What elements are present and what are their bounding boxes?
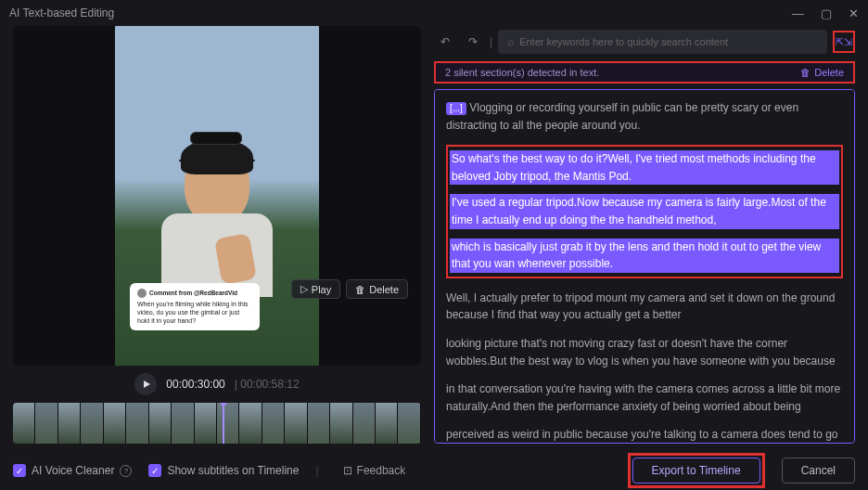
search-input[interactable] (519, 36, 818, 47)
app-window: AI Text-based Editing — ▢ ✕ (0, 0, 868, 490)
checkbox-checked-icon: ✓ (13, 464, 26, 477)
comment-overlay: Comment from @RedBeardVid When you're fi… (130, 283, 260, 330)
avatar-icon (137, 289, 147, 298)
transcript-paragraph[interactable]: in that conversation you're having with … (446, 380, 843, 415)
current-time: 00:00:30:00 (166, 378, 224, 391)
help-icon[interactable]: ? (120, 465, 132, 477)
transcript-paragraph[interactable]: Well, I actually prefer to tripod mount … (446, 290, 843, 324)
close-icon[interactable]: ✕ (849, 6, 859, 20)
transcript-area[interactable]: [...] Vlogging or recording yourself in … (434, 89, 855, 444)
minimize-icon[interactable]: — (792, 6, 804, 20)
transcript-paragraph[interactable]: looking picture that's not moving crazy … (446, 335, 843, 369)
feedback-icon: ⊡ (343, 464, 352, 477)
preview-panel: Comment from @RedBeardVid When you're fi… (13, 26, 421, 444)
video-preview[interactable]: Comment from @RedBeardVid When you're fi… (13, 26, 421, 366)
export-highlight: Export to Timeline (628, 453, 765, 488)
duration-time: | 00:00:58:12 (235, 378, 300, 391)
transcript-paragraph[interactable]: [...] Vlogging or recording yourself in … (446, 99, 843, 134)
cancel-button[interactable]: Cancel (782, 458, 855, 484)
selected-transcript-block: So what's the best way to do it?Well, I'… (446, 145, 843, 278)
silent-marker-icon[interactable]: [...] (446, 102, 466, 115)
window-title: AI Text-based Editing (9, 6, 114, 19)
comment-author: Comment from @RedBeardVid (149, 290, 237, 297)
feedback-link[interactable]: ⊡Feedback (343, 464, 406, 477)
delete-clip-button[interactable]: 🗑Delete (346, 279, 408, 299)
silent-sections-text: 2 silent section(s) detected in text. (445, 67, 599, 78)
search-icon: ⌕ (507, 35, 514, 48)
footer-bar: ✓AI Voice Cleaner? ✓Show subtitles on Ti… (0, 451, 868, 490)
thumbnail-strip[interactable] (13, 403, 421, 444)
trash-icon: 🗑 (355, 284, 365, 295)
comment-body: When you're filming while hiking in this… (137, 300, 252, 325)
search-field[interactable]: ⌕ (498, 30, 827, 54)
play-button[interactable]: ▷Play (291, 279, 340, 299)
titlebar: AI Text-based Editing — ▢ ✕ (0, 0, 868, 26)
checkbox-checked-icon: ✓ (148, 464, 161, 477)
silent-sections-bar: 2 silent section(s) detected in text. 🗑D… (434, 61, 855, 84)
transcript-paragraph[interactable]: perceived as weird in public because you… (446, 426, 843, 444)
expand-button[interactable]: ⇱⇲ (833, 31, 855, 53)
voice-cleaner-checkbox[interactable]: ✓AI Voice Cleaner? (13, 464, 132, 477)
time-display: 00:00:30:00 | 00:00:58:12 (13, 366, 421, 403)
play-triangle-icon (144, 380, 150, 388)
transcript-panel: ↶ ↷ | ⌕ ⇱⇲ 2 silent section(s) detected … (434, 26, 855, 444)
delete-silent-button[interactable]: 🗑Delete (800, 67, 844, 78)
timeline-scrubber[interactable] (223, 403, 224, 444)
window-controls: — ▢ ✕ (792, 6, 859, 20)
redo-button[interactable]: ↷ (462, 31, 484, 53)
subtitles-checkbox[interactable]: ✓Show subtitles on Timeline (148, 464, 299, 477)
export-button[interactable]: Export to Timeline (632, 458, 760, 484)
play-icon: ▷ (300, 283, 308, 295)
transcript-selection[interactable]: I've used a regular tripod.Now because m… (450, 194, 839, 228)
transcript-selection[interactable]: which is basically just grab it by the l… (450, 239, 839, 273)
playback-button[interactable] (134, 373, 157, 395)
trash-icon: 🗑 (800, 67, 811, 78)
video-frame: Comment from @RedBeardVid When you're fi… (115, 26, 319, 366)
undo-button[interactable]: ↶ (434, 31, 456, 53)
transcript-selection[interactable]: So what's the best way to do it?Well, I'… (450, 150, 839, 185)
maximize-icon[interactable]: ▢ (821, 6, 832, 20)
